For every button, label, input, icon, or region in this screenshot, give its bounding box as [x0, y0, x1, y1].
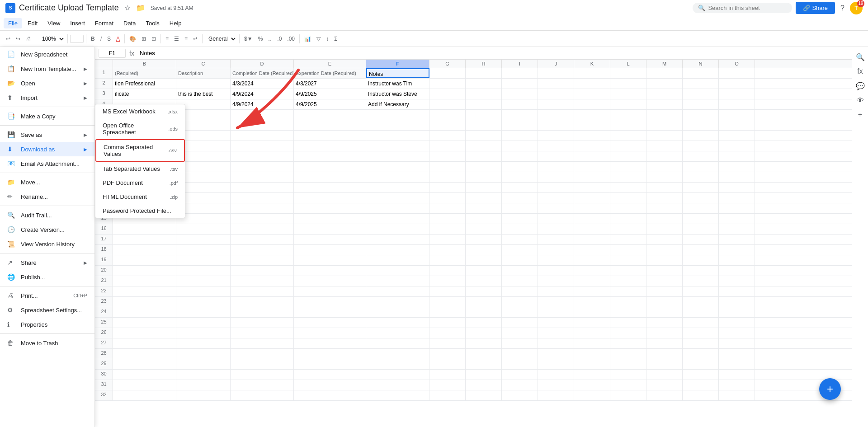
cell[interactable]: [610, 286, 646, 296]
cell[interactable]: [538, 214, 574, 224]
cell[interactable]: [538, 224, 574, 234]
cell[interactable]: [231, 338, 294, 348]
cell[interactable]: [610, 172, 646, 182]
cell[interactable]: [429, 307, 466, 317]
cell[interactable]: [466, 255, 502, 265]
cell-j4[interactable]: [538, 99, 574, 109]
currency-button[interactable]: $▼: [242, 34, 255, 43]
cell[interactable]: [294, 276, 366, 286]
cell-e3[interactable]: 4/9/2025: [294, 89, 366, 99]
cell[interactable]: [231, 380, 294, 390]
cell[interactable]: [538, 141, 574, 151]
cell[interactable]: [683, 380, 719, 390]
cell[interactable]: [176, 286, 231, 296]
cell[interactable]: [538, 183, 574, 192]
cell-m1[interactable]: [646, 68, 683, 78]
cell[interactable]: [538, 203, 574, 213]
download-tsv[interactable]: Tab Separated Values .tsv: [95, 162, 185, 176]
cell-f2[interactable]: Instructor was Tim: [366, 79, 429, 89]
cell[interactable]: [719, 141, 755, 151]
cell-c2[interactable]: [176, 79, 231, 89]
cell[interactable]: [231, 193, 294, 203]
cell[interactable]: [113, 338, 176, 348]
cell[interactable]: [113, 349, 176, 359]
font-size-input[interactable]: 10: [70, 35, 84, 43]
cell[interactable]: [646, 255, 683, 265]
cell[interactable]: [574, 286, 610, 296]
cell[interactable]: [113, 245, 176, 255]
cell[interactable]: [502, 245, 538, 255]
cell[interactable]: [646, 297, 683, 307]
cell-o3[interactable]: [719, 89, 755, 99]
cell[interactable]: [502, 120, 538, 130]
cell[interactable]: [574, 224, 610, 234]
cell[interactable]: [366, 172, 429, 182]
cell[interactable]: [646, 328, 683, 338]
sidebar-item-print[interactable]: 🖨 Print... Ctrl+P: [0, 288, 94, 303]
cell[interactable]: [231, 307, 294, 317]
cell[interactable]: [231, 224, 294, 234]
more-formats-button[interactable]: ‥: [266, 34, 274, 43]
cell[interactable]: [113, 359, 176, 369]
cell[interactable]: [538, 255, 574, 265]
download-excel[interactable]: MS Excel Workbook .xlsx: [95, 104, 185, 118]
cell[interactable]: [502, 235, 538, 244]
grid-container[interactable]: B C D E F G H I J K L M N O 1 (Required)…: [95, 60, 852, 427]
download-password[interactable]: Password Protected File...: [95, 204, 185, 218]
cell[interactable]: [429, 276, 466, 286]
cell[interactable]: [610, 151, 646, 161]
cell[interactable]: [429, 266, 466, 276]
cell[interactable]: [429, 110, 466, 120]
cell[interactable]: [719, 390, 755, 400]
sort-button[interactable]: ↕: [324, 34, 331, 43]
cell[interactable]: [502, 390, 538, 400]
cell-m2[interactable]: [646, 79, 683, 89]
cell[interactable]: [113, 297, 176, 307]
cell[interactable]: [538, 390, 574, 400]
cell[interactable]: [366, 297, 429, 307]
cell-d2[interactable]: 4/3/2024: [231, 79, 294, 89]
cell[interactable]: [574, 390, 610, 400]
cell[interactable]: [719, 172, 755, 182]
sidebar-item-properties[interactable]: ℹ Properties: [0, 317, 94, 332]
sum-button[interactable]: Σ: [332, 34, 340, 43]
cell[interactable]: [113, 286, 176, 296]
cell[interactable]: [574, 359, 610, 369]
cell[interactable]: [466, 370, 502, 380]
cell[interactable]: [610, 131, 646, 141]
cell[interactable]: [646, 183, 683, 192]
sidebar-item-share[interactable]: ↗ Share ▶: [0, 255, 94, 270]
cell[interactable]: [574, 370, 610, 380]
strikethrough-button[interactable]: S: [105, 34, 113, 43]
cell[interactable]: [683, 307, 719, 317]
cell[interactable]: [366, 390, 429, 400]
cell-e1[interactable]: Experation Date (Required): [294, 68, 366, 78]
cell[interactable]: [610, 245, 646, 255]
cell[interactable]: [538, 172, 574, 182]
menu-file[interactable]: File: [4, 18, 22, 28]
cell[interactable]: [294, 183, 366, 192]
cell[interactable]: [294, 120, 366, 130]
cell-i3[interactable]: [502, 89, 538, 99]
italic-button[interactable]: I: [98, 34, 104, 43]
cell[interactable]: [176, 255, 231, 265]
cell[interactable]: [719, 235, 755, 244]
cell[interactable]: [610, 370, 646, 380]
cell[interactable]: [466, 131, 502, 141]
cell[interactable]: [502, 380, 538, 390]
print-button[interactable]: 🖨: [24, 34, 33, 43]
cell[interactable]: [502, 307, 538, 317]
cell[interactable]: [502, 297, 538, 307]
sidebar-item-publish[interactable]: 🌐 Publish...: [0, 270, 94, 284]
cell[interactable]: [429, 183, 466, 192]
cell-g1[interactable]: [429, 68, 466, 78]
cell[interactable]: [719, 297, 755, 307]
sidebar-item-view-version[interactable]: 📜 View Version History: [0, 237, 94, 251]
cell[interactable]: [466, 359, 502, 369]
cell[interactable]: [538, 235, 574, 244]
cell[interactable]: [231, 141, 294, 151]
cell[interactable]: [610, 235, 646, 244]
cell[interactable]: [574, 297, 610, 307]
cell[interactable]: [176, 235, 231, 244]
cell-i2[interactable]: [502, 79, 538, 89]
